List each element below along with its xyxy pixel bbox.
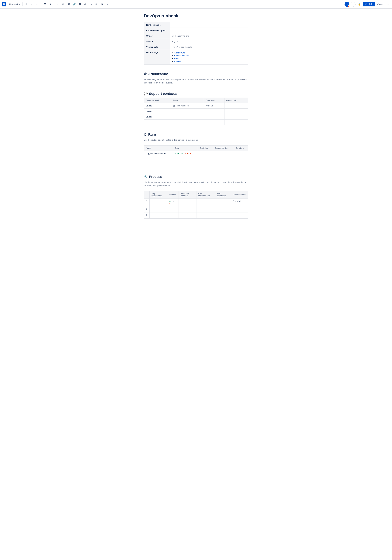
cell-contact-3[interactable]	[224, 114, 248, 120]
info-value-owner[interactable]: @ mention the owner	[170, 33, 248, 39]
cell-lead-1[interactable]: @ Lead	[204, 103, 225, 109]
run-completed-1[interactable]	[213, 151, 234, 156]
run-duration-1[interactable]	[234, 151, 248, 156]
run-state-2[interactable]	[173, 156, 198, 162]
process-row-num-1: 1	[144, 198, 150, 206]
process-run-env-2[interactable]	[196, 206, 215, 212]
info-value-version-date[interactable]: Type // to add the date	[170, 44, 248, 50]
cell-contact-2[interactable]	[224, 109, 248, 114]
process-enabled-3[interactable]	[167, 212, 179, 219]
info-value-on-this-page: Architecture Support contacts Runs Proce…	[170, 50, 248, 65]
cell-contact-1[interactable]	[224, 103, 248, 109]
cell-team-1[interactable]: @ Team members	[171, 103, 204, 109]
process-run-cond-3[interactable]	[215, 212, 231, 219]
process-exec-loc-1[interactable]	[179, 198, 196, 206]
architecture-description[interactable]: Provide a high-level architectural diagr…	[144, 78, 248, 84]
restrict-button[interactable]: 🔒	[357, 2, 362, 7]
process-step-1[interactable]	[150, 198, 167, 206]
cell-expertise-2[interactable]: Level 2	[144, 109, 171, 114]
col-contact: Contact info	[224, 98, 248, 103]
info-value-version[interactable]: e.g., 2.3	[170, 39, 248, 44]
process-run-env-3[interactable]	[196, 212, 215, 219]
cell-lead-2[interactable]	[204, 109, 225, 114]
process-enabled-1[interactable]: YES / NO	[167, 198, 179, 206]
toc-link-process[interactable]: Process	[174, 60, 181, 63]
mention-button[interactable]: @	[83, 2, 88, 7]
publish-button[interactable]: Publish	[363, 2, 375, 6]
text-color-button[interactable]: A	[48, 2, 53, 7]
run-name-1[interactable]: e.g., Database backup	[144, 151, 173, 156]
process-step-3[interactable]	[150, 212, 167, 219]
more-text-button[interactable]: ···	[35, 2, 40, 7]
col-expertise: Expertise level	[144, 98, 171, 103]
cell-lead-4[interactable]	[204, 120, 225, 125]
col-row-num	[144, 191, 150, 198]
run-completed-3[interactable]	[213, 162, 234, 167]
run-duration-2[interactable]	[234, 156, 248, 162]
bold-button[interactable]: B	[24, 2, 29, 7]
add-collaborator-button[interactable]: +	[351, 2, 356, 7]
run-duration-3[interactable]	[234, 162, 248, 167]
numbered-list-button[interactable]: ⊟	[61, 2, 66, 7]
enabled-separator: /	[173, 200, 174, 202]
italic-button[interactable]: I	[29, 2, 34, 7]
col-step-instructions: Step instructions	[150, 191, 167, 198]
process-description[interactable]: List the procedures your team needs to f…	[144, 180, 248, 187]
align-button[interactable]: ☰	[42, 2, 47, 7]
cell-lead-3[interactable]	[204, 114, 225, 120]
run-name-2[interactable]	[144, 156, 173, 162]
run-start-3[interactable]	[198, 162, 213, 167]
info-value-runbook-name[interactable]	[170, 22, 248, 28]
process-doc-1[interactable]: Add a link	[231, 198, 248, 206]
list-item: Runs	[172, 57, 246, 60]
run-start-1[interactable]	[198, 151, 213, 156]
table-row: Runbook description	[144, 28, 248, 33]
task-button[interactable]: ☑	[66, 2, 71, 7]
process-run-env-1[interactable]	[196, 198, 215, 206]
columns-button[interactable]: ⊟	[99, 2, 104, 7]
table-button[interactable]: ⊞	[94, 2, 99, 7]
run-start-2[interactable]	[198, 156, 213, 162]
run-state-3[interactable]	[173, 162, 198, 167]
no-badge: NO	[169, 203, 171, 204]
emoji-button[interactable]: ☺	[88, 2, 93, 7]
toc-link-support[interactable]: Support contacts	[174, 55, 189, 57]
link-button[interactable]: 🔗	[72, 2, 77, 7]
cell-team-4[interactable]	[171, 120, 204, 125]
cell-team-3[interactable]	[171, 114, 204, 120]
process-run-cond-2[interactable]	[215, 206, 231, 212]
run-completed-2[interactable]	[213, 156, 234, 162]
cell-expertise-1[interactable]: Level 1	[144, 103, 171, 109]
insert-more-button[interactable]: +	[105, 2, 110, 7]
close-button[interactable]: Close	[376, 2, 384, 6]
app-logo[interactable]	[2, 2, 6, 6]
cell-expertise-3[interactable]: Level 3	[144, 114, 171, 120]
toc-link-architecture[interactable]: Architecture	[174, 52, 185, 54]
ellipsis-icon: ···	[387, 3, 389, 6]
page-title[interactable]: DevOps runbook	[144, 13, 248, 18]
toc-link-runs[interactable]: Runs	[174, 58, 179, 60]
cell-expertise-4[interactable]	[144, 120, 171, 125]
run-state-1[interactable]: SUCCESS / ERROR	[173, 151, 198, 156]
cell-team-2[interactable]	[171, 109, 204, 114]
heading-selector[interactable]: Heading 2 ▾	[8, 2, 21, 6]
process-step-2[interactable]	[150, 206, 167, 212]
process-exec-loc-3[interactable]	[179, 212, 196, 219]
bullet-list-button[interactable]: ≡	[55, 2, 60, 7]
heading-selector-label: Heading 2	[9, 3, 18, 5]
architecture-section: 🏛 Architecture Provide a high-level arch…	[144, 72, 248, 84]
process-doc-2[interactable]	[231, 206, 248, 212]
cell-contact-4[interactable]	[224, 120, 248, 125]
process-exec-loc-2[interactable]	[179, 206, 196, 212]
runs-description[interactable]: List the routine operations tasks this r…	[144, 138, 248, 142]
run-name-3[interactable]	[144, 162, 173, 167]
image-button[interactable]: 🖼	[77, 2, 82, 7]
process-enabled-2[interactable]	[167, 206, 179, 212]
more-options-button[interactable]: ···	[385, 2, 390, 7]
avatar-button[interactable]: CK	[344, 2, 349, 7]
process-run-cond-1[interactable]	[215, 198, 231, 206]
info-value-runbook-desc[interactable]	[170, 28, 248, 33]
process-doc-3[interactable]	[231, 212, 248, 219]
list-item: Process	[172, 60, 246, 63]
col-completed-time: Completed time	[213, 145, 234, 151]
